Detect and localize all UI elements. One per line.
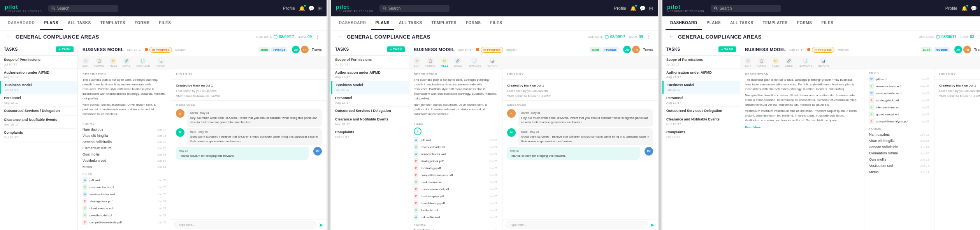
task-item-3-7[interactable]: Complaints Oct 12 '17	[662, 128, 740, 141]
form-item-3-6[interactable]: Vestibulum sedJun 16	[864, 163, 934, 169]
nav-alltasks-3[interactable]: ALL TASKS	[725, 16, 758, 30]
nav-plans-3[interactable]: PLANS	[702, 16, 725, 30]
nav-alltasks-2[interactable]: ALL TASKS	[394, 16, 427, 30]
file-item-3-7[interactable]: P competitiveanalysis.pdfJun 21	[864, 118, 934, 125]
form-item-1-3[interactable]: Aenean sollicitudinJun 22	[78, 139, 171, 145]
search-bar-2[interactable]: Search	[379, 5, 450, 12]
type-input-2[interactable]: Type here...	[506, 221, 648, 228]
form-item-2-1[interactable]: Nam dapibusJun 27	[409, 227, 502, 230]
action-links-1[interactable]: 🔗 LINKS	[123, 58, 130, 67]
action-forms-1[interactable]: 📋 FORMS	[94, 58, 104, 67]
action-forms-2[interactable]: 📋 FORMS	[425, 58, 435, 67]
action-links-2[interactable]: 🔗 LINKS	[454, 58, 462, 67]
bell-icon-1[interactable]: 🔔	[299, 5, 305, 11]
form-item-1-6[interactable]: Vestibulum sedJun 16	[78, 157, 171, 164]
action-template-1[interactable]: 📄 TEMPLATE	[136, 58, 150, 67]
bell-icon-3[interactable]: 🔔	[961, 5, 968, 11]
action-edit-3[interactable]: ✏ EDIT	[745, 58, 751, 67]
nav-plans-2[interactable]: PLANS	[371, 16, 394, 30]
file-item-2-10[interactable]: P brandstrategy.pdfJun 19	[409, 200, 502, 207]
grid-icon-1[interactable]: ⊞	[318, 5, 322, 11]
file-item-1-6[interactable]: X growthmodel.xclJun 22	[78, 212, 171, 219]
file-item-2-4[interactable]: P strategydeck.pdfJun 23	[409, 157, 502, 165]
nav-templates-2[interactable]: TemplaTES	[427, 16, 461, 30]
action-files-3[interactable]: 📁 FILES	[772, 58, 779, 67]
file-item-2-11[interactable]: X funderlist.xclJun 18	[409, 207, 502, 214]
nav-plans-1[interactable]: PLANS	[40, 16, 63, 30]
task-item-2-7[interactable]: Complaints Oct 12 '17	[331, 128, 409, 141]
filter-audit-2[interactable]: audit	[590, 47, 601, 52]
bell-icon-2[interactable]: 🔔	[630, 5, 636, 11]
action-files-2[interactable]: 📁 FILES	[441, 58, 448, 67]
action-report-3[interactable]: 📊 REPORT	[818, 58, 829, 67]
task-item-1-4[interactable]: Personnel Aug 12 '17	[0, 94, 77, 107]
back-arrow-2[interactable]: ←	[337, 34, 343, 40]
filter-audit-3[interactable]: audit	[921, 47, 932, 52]
task-item-1-1[interactable]: Scope of Permissions Jul 30 '17	[0, 56, 77, 69]
file-item-2-3[interactable]: W servicecharter.wrdJun 24	[409, 150, 502, 157]
form-item-3-7[interactable]: MetusJun 14	[864, 169, 934, 175]
task-item-3-1[interactable]: Scope of Permissions Jul 30 '17	[662, 56, 740, 69]
task-item-2-4[interactable]: Personnel Aug 12 '17	[331, 94, 409, 107]
action-files-1[interactable]: 📁 FILES	[109, 58, 117, 67]
search-bar-3[interactable]: Search	[711, 5, 781, 12]
file-item-2-2[interactable]: X revenuecharts.xclJun 24	[409, 143, 502, 150]
form-item-1-1[interactable]: Nam dapibusJun 27	[78, 126, 171, 133]
task-item-3-6[interactable]: Clearance and Notifiable Events Nov 18 '…	[662, 115, 740, 128]
task-item-3-2[interactable]: Authorisation under AIFMD Aug 21 '17	[662, 69, 740, 81]
form-item-1-7[interactable]: MetusJun 14	[78, 164, 171, 170]
chat-icon-1[interactable]: 💬	[308, 5, 314, 11]
nav-files-3[interactable]: FILES	[817, 16, 838, 30]
form-item-3-3[interactable]: Aenean sollicitudinJun 22	[864, 144, 934, 150]
task-item-3-4[interactable]: Personnel Aug 12 '17	[662, 94, 740, 107]
nav-dashboard-1[interactable]: DASHBOARD	[3, 16, 40, 30]
form-item-1-4[interactable]: Elementum rutrumJun 20	[78, 145, 171, 151]
file-item-3-1[interactable]: W p&l.wrdJun 25	[864, 76, 934, 83]
action-edit-1[interactable]: ✏ EDIT	[83, 58, 89, 67]
task-item-3-5[interactable]: Outsourced Services / Delegation	[662, 107, 740, 116]
chat-icon-2[interactable]: 💬	[639, 5, 646, 11]
task-item-1-2[interactable]: Authorisation under AIFMD Aug 21 '17	[0, 69, 77, 81]
file-item-2-6[interactable]: P competitiveanalysis.pdfJun 22	[409, 172, 502, 179]
type-input-1[interactable]: Type here...	[174, 221, 316, 228]
file-item-3-2[interactable]: X revenuecharts.xclMay 25	[864, 83, 934, 90]
file-item-2-9[interactable]: P businessplan.pdfJun 20	[409, 193, 502, 200]
file-item-1-7[interactable]: P competitiveanalysis.pdfJun 21	[78, 219, 171, 226]
action-template-3[interactable]: 📄 TEMPLATE	[798, 58, 812, 67]
upload-btn-2[interactable]: +	[414, 127, 422, 135]
more-options-icon-2[interactable]: ⋮	[646, 34, 652, 40]
nav-forms-1[interactable]: ForMS	[130, 16, 155, 30]
task-item-2-5[interactable]: Outsourced Services / Delegation	[331, 107, 409, 116]
task-item-1-7[interactable]: Complaints Oct 12 '17	[0, 129, 77, 142]
form-item-3-4[interactable]: Elementum rutrumJun 20	[864, 150, 934, 156]
send-btn-2[interactable]: ➤	[650, 222, 655, 228]
filter-revenue-3[interactable]: revenue	[934, 47, 950, 52]
nav-dashboard-3[interactable]: DASHBOARD	[666, 16, 702, 30]
action-edit-2[interactable]: ✏ EDIT	[414, 58, 420, 67]
task-item-2-1[interactable]: Scope of Permissions Jul 30 '17	[331, 56, 409, 69]
file-item-3-3[interactable]: W servicecharter.wrdJun 25	[864, 90, 934, 97]
back-arrow-3[interactable]: ←	[669, 34, 674, 40]
form-item-1-2[interactable]: Vitae elit fringillaJun 24	[78, 133, 171, 139]
nav-dashboard-2[interactable]: DASHBOARD	[334, 16, 371, 30]
read-more-link-3[interactable]: Read More	[745, 126, 761, 129]
nav-alltasks-1[interactable]: ALL TASKS	[63, 16, 96, 30]
more-options-icon-1[interactable]: ⋮	[315, 34, 320, 40]
action-template-2[interactable]: 📄 TEMPLATE	[467, 58, 481, 67]
back-arrow-1[interactable]: ←	[6, 34, 12, 40]
file-item-2-1[interactable]: W p&l.wrdJun 25	[409, 136, 502, 143]
add-task-btn-3[interactable]: + TASK	[718, 46, 736, 52]
task-item-1-6[interactable]: Clearance and Notifiable Events Nov 18 '…	[0, 116, 77, 129]
file-item-1-1[interactable]: W p&l.wrdJun 25	[78, 177, 171, 184]
file-item-3-4[interactable]: P strategydeck.pdfJun 23	[864, 97, 934, 104]
form-item-3-2[interactable]: Vitae elit fringillaJun 24	[864, 138, 934, 144]
nav-forms-3[interactable]: FORMS	[792, 16, 817, 30]
task-item-2-6[interactable]: Clearance and Notifiable Events Nov 18 '…	[331, 115, 409, 128]
file-item-1-3[interactable]: W servicecharter.wrdJun 25	[78, 191, 171, 198]
task-item-1-3[interactable]: Business Model Jul 14 '17	[0, 81, 77, 94]
nav-files-2[interactable]: FILES	[486, 16, 507, 30]
action-forms-3[interactable]: 📋 FORMS	[757, 58, 766, 67]
task-item-2-3[interactable]: Business Model Jul 14 '17	[331, 81, 409, 94]
file-item-2-8[interactable]: P operationsmodel.pdfJun 20	[409, 186, 502, 193]
search-bar-1[interactable]: Search	[48, 5, 118, 12]
